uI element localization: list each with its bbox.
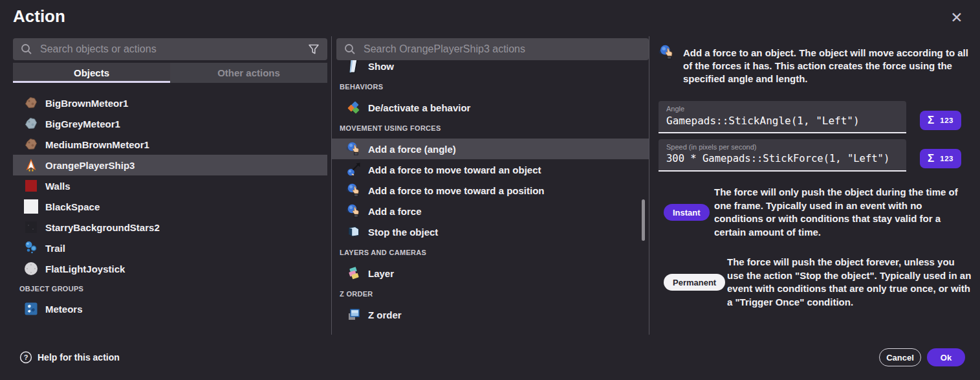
action-row-stop-object[interactable]: Stop the object [332,221,649,242]
close-icon[interactable]: ✕ [946,6,968,28]
trail-particles-icon [23,240,39,256]
action-row-force-toward-position[interactable]: Add a force to move toward a position [332,180,649,201]
tab-other-actions[interactable]: Other actions [170,63,327,83]
search-icon [21,43,32,55]
force-icon [346,203,362,219]
starry-background-icon [23,219,39,235]
behaviors-section-header: BEHAVIORS [332,76,649,97]
filter-icon[interactable] [308,43,320,55]
object-row-orangeplayership3[interactable]: OrangePlayerShip3 [13,155,327,175]
speed-field-label: Speed (in pixels per second) [666,143,898,151]
angle-expression-button[interactable]: Σ 123 [920,111,961,130]
action-row-zorder[interactable]: Z order [332,304,649,325]
object-row-trail[interactable]: Trail [13,238,327,258]
angle-field-label: Angle [666,105,898,113]
permanent-description: The force will push the object forever, … [727,256,972,309]
behavior-icon [346,100,362,115]
ship-icon [23,157,39,173]
instant-button[interactable]: Instant [664,204,710,221]
action-row-layer[interactable]: Layer [332,263,649,284]
left-tabs: Objects Other actions [13,63,327,83]
z-order-icon [346,307,362,322]
action-dialog: Action ✕ Objects Other actions BigBrownM… [0,0,980,380]
object-row-bigbrownmeteor1[interactable]: BigBrownMeteor1 [13,93,327,113]
ok-button[interactable]: Ok [927,348,965,366]
meteor-brown-icon [23,95,39,111]
object-row-blackspace[interactable]: BlackSpace [13,196,327,217]
sigma-icon: Σ [928,114,934,127]
object-list: BigBrownMeteor1 BigGreyMeteor1 MediumBro… [13,93,327,319]
object-row-starrybackgroundstars2[interactable]: StarryBackgroundStars2 [13,217,327,238]
permanent-button[interactable]: Permanent [664,274,725,291]
object-row-meteors-group[interactable]: Meteors [13,298,327,319]
speed-expression-button[interactable]: Σ 123 [920,149,961,168]
objects-search-bar [13,38,327,60]
instant-description: The force will only push the object duri… [714,186,973,239]
search-icon [344,43,356,55]
joystick-icon [23,261,39,276]
force-toward-object-icon [346,162,362,177]
force-icon [659,44,675,61]
layers-section-header: LAYERS AND CAMERAS [332,242,649,263]
object-row-mediumbrownmeteor1[interactable]: MediumBrownMeteor1 [13,134,327,155]
object-groups-header: OBJECT GROUPS [13,279,327,298]
action-row-force-toward-object[interactable]: Add a force to move toward an object [332,159,649,180]
force-icon [346,141,362,157]
tab-objects[interactable]: Objects [13,63,170,83]
stop-object-icon [346,224,362,240]
help-link[interactable]: Help for this action [38,352,120,363]
meteor-brown-icon [23,137,39,152]
numbers-icon: 123 [940,155,953,162]
white-square-icon [23,199,39,214]
action-list: Show BEHAVIORS De/activate a behavior MO… [332,56,649,325]
speed-field[interactable]: Speed (in pixels per second) 300 * Gamep… [659,139,906,172]
help-icon[interactable]: ? [19,351,32,364]
action-row-deactivate-behavior[interactable]: De/activate a behavior [332,97,649,118]
meteor-grey-icon [23,116,39,131]
show-icon [346,58,362,74]
speed-field-value[interactable]: 300 * Gamepads::StickForce(1, "Left") [666,153,898,164]
object-row-walls[interactable]: Walls [13,175,327,196]
numbers-icon: 123 [940,117,953,124]
dialog-title: Action [13,6,65,27]
sigma-icon: Σ [928,152,934,165]
action-row-add-force-angle[interactable]: Add a force (angle) [332,139,649,159]
object-group-icon [23,301,39,317]
object-row-flatlightjoystick[interactable]: FlatLightJoystick [13,258,327,279]
actions-panel: Show BEHAVIORS De/activate a behavior MO… [331,36,649,335]
objects-search-input[interactable] [40,43,308,55]
object-row-biggreymeteor1[interactable]: BigGreyMeteor1 [13,113,327,134]
svg-text:?: ? [24,353,28,361]
cancel-button[interactable]: Cancel [879,348,921,366]
actions-search-bar [336,38,649,60]
action-description: Add a force to an object. The object wil… [683,47,975,85]
layer-icon [346,265,362,281]
angle-field-value[interactable]: Gamepads::StickAngle(1, "Left") [666,115,898,127]
zorder-section-header: Z ORDER [332,284,649,304]
force-icon [346,183,362,198]
angle-field[interactable]: Angle Gamepads::StickAngle(1, "Left") [659,101,906,133]
red-square-icon [23,178,39,194]
actions-search-input[interactable] [364,43,641,55]
movement-section-header: MOVEMENT USING FORCES [332,118,649,139]
scrollbar-thumb[interactable] [642,199,645,241]
action-row-add-force[interactable]: Add a force [332,201,649,221]
